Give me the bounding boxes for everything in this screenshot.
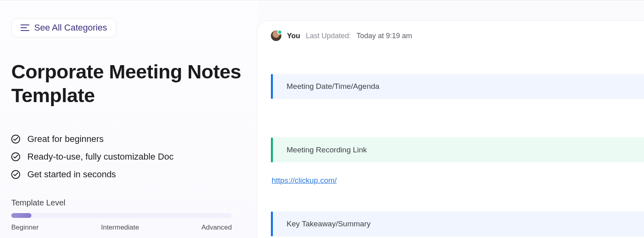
doc-author: You [287,32,300,40]
feature-list: Great for beginners Ready-to-use, fully … [11,134,246,180]
level-intermediate-label: Intermediate [101,224,139,232]
see-all-categories-label: See All Categories [34,23,107,33]
feature-text: Get started in seconds [27,169,116,180]
feature-item: Great for beginners [11,134,246,144]
check-icon [11,135,20,144]
block-recording-text: Meeting Recording Link [273,137,644,162]
recording-link[interactable]: https://clickup.com/ [272,176,337,185]
check-icon [11,170,20,179]
doc-last-updated-value: Today at 9:19 am [357,32,412,40]
doc-meta-row: You Last Updated: Today at 9:19 am [271,31,644,41]
template-level-bar [11,213,232,218]
recording-link-line: https://clickup.com/ [272,176,644,185]
avatar[interactable] [271,31,281,41]
see-all-categories-button[interactable]: See All Categories [11,18,116,37]
level-beginner-label: Beginner [11,224,39,232]
level-advanced-label: Advanced [201,224,232,232]
block-summary-text: Key Takeaway/Summary [273,211,644,236]
feature-item: Ready-to-use, fully customizable Doc [11,152,246,162]
block-agenda[interactable]: Meeting Date/Time/Agenda [271,74,644,99]
page-title: Corporate Meeting Notes Template [11,60,246,107]
template-level-fill [11,213,31,218]
template-level-heading: Template Level [11,198,246,207]
doc-last-updated-label: Last Updated: [306,32,351,40]
feature-text: Great for beginners [27,134,104,144]
template-level-ticks: Beginner Intermediate Advanced [11,224,232,232]
block-recording[interactable]: Meeting Recording Link [271,137,644,162]
check-icon [11,152,20,161]
feature-text: Ready-to-use, fully customizable Doc [27,152,173,162]
block-agenda-text: Meeting Date/Time/Agenda [273,74,644,99]
left-panel: See All Categories Corporate Meeting Not… [0,0,257,238]
list-icon [21,24,29,31]
block-summary[interactable]: Key Takeaway/Summary [271,211,644,236]
feature-item: Get started in seconds [11,169,246,180]
document-panel: You Last Updated: Today at 9:19 am Meeti… [257,21,644,238]
template-level-block: Template Level Beginner Intermediate Adv… [11,198,246,232]
